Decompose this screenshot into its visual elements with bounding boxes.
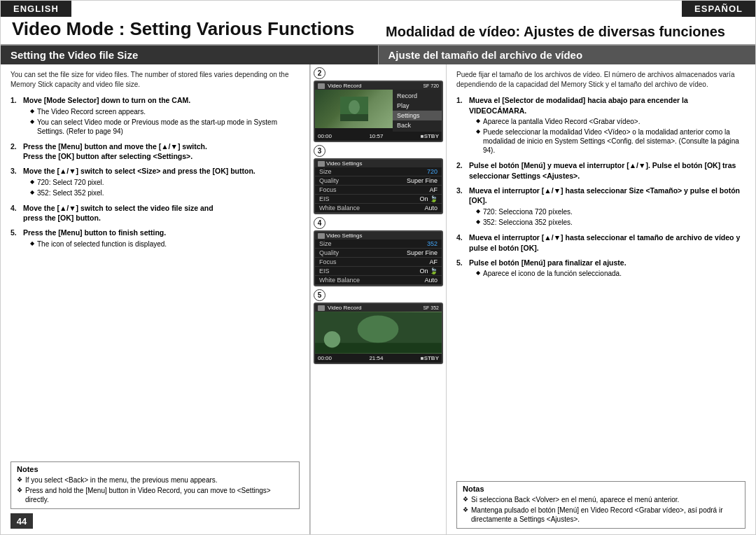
lang-english-label: ENGLISH <box>1 1 71 17</box>
svg-point-6 <box>324 331 340 347</box>
language-bar: ENGLISH ESPAÑOL <box>1 1 755 17</box>
settings-row-quality-3: Quality Super Fine <box>315 176 442 186</box>
svg-rect-2 <box>340 114 368 121</box>
notes-item-en-1: If you select <Back> in the menu, the pr… <box>17 475 293 485</box>
screen-2-container: 2 Video Record SF 720 <box>314 67 443 142</box>
notes-item-en-2: Press and hold the [Menu] button in Vide… <box>17 486 293 504</box>
screen-5: Video Record SF 352 00:00 21:54 <box>314 303 443 364</box>
cam-time-5: 00:00 <box>318 355 332 361</box>
screen-4-container: 4 Video Settings Size 352 Quality Super … <box>314 217 443 286</box>
page: ENGLISH ESPAÑOL Video Mode : Setting Var… <box>0 0 756 535</box>
settings-row-wb-4: White Balance Auto <box>315 276 442 285</box>
col-screens: 2 Video Record SF 720 <box>310 64 447 534</box>
settings-row-eis-4: EIS On 🍃 <box>315 267 442 276</box>
step-en-5: 5. Press the [Menu] button to finish set… <box>10 228 300 250</box>
step-es-4: 4. Mueva el interruptor [▲/▼] hasta sele… <box>456 232 746 253</box>
section-header-english: Setting the Video file Size <box>1 46 379 64</box>
step-en-2: 2. Press the [Menu] button and move the … <box>10 141 300 162</box>
settings-title-4: Video Settings <box>326 232 362 239</box>
cam-icon-5 <box>318 305 325 311</box>
settings-row-size-3: Size 720 <box>315 167 442 176</box>
step-en-3: 3. Move the [▲/▼] switch to select <Size… <box>10 166 300 199</box>
cam-icon-4 <box>318 233 325 239</box>
col-spanish: Puede fijar el tamaño de los archivos de… <box>447 64 755 534</box>
screen-3: Video Settings Size 720 Quality Super Fi… <box>314 158 443 214</box>
screen-5-container: 5 Video Record SF 352 <box>314 289 443 364</box>
cam-stby-2: ■STBY <box>421 133 439 139</box>
title-row: Video Mode : Setting Various Functions M… <box>1 17 755 46</box>
section-header-row: Setting the Video file Size Ajuste del t… <box>1 46 755 64</box>
settings-row-quality-4: Quality Super Fine <box>315 249 442 258</box>
notes-box-spanish: Notas Si selecciona Back <Volver> en el … <box>456 481 746 529</box>
menu-record[interactable]: Record <box>393 91 442 101</box>
step-es-5: 5. Pulse el botón [Menú] para finalizar … <box>456 258 746 280</box>
col-english: You can set the file size for video file… <box>1 64 310 534</box>
menu-back[interactable]: Back <box>393 120 442 130</box>
settings-title-3: Video Settings <box>326 160 362 167</box>
title-english: Video Mode : Setting Various Functions <box>12 18 374 40</box>
notes-title-english: Notes <box>17 465 293 473</box>
settings-row-wb-3: White Balance Auto <box>315 204 442 213</box>
menu-play[interactable]: Play <box>393 101 442 111</box>
cam-clock-2: 10:57 <box>369 133 383 139</box>
step-circle-3: 3 <box>314 145 326 157</box>
main-content: You can set the file size for video file… <box>1 64 755 534</box>
notes-box-english: Notes If you select <Back> in the menu, … <box>10 461 300 509</box>
title-spanish: Modalidad de vídeo: Ajustes de diversas … <box>374 24 755 40</box>
settings-row-size-4: Size 352 <box>315 239 442 249</box>
lang-espanol-label: ESPAÑOL <box>682 1 755 17</box>
intro-spanish: Puede fijar el tamaño de los archivos de… <box>456 70 746 90</box>
step-es-1: 1. Mueva el [Selector de modalidad] haci… <box>456 95 746 156</box>
step-es-2: 2. Pulse el botón [Menú] y mueva el inte… <box>456 160 746 181</box>
notes-item-es-1: Si selecciona Back <Volver> en el menú, … <box>463 495 739 504</box>
cam-time-2: 00:00 <box>318 133 332 139</box>
cam-stby-5: ■STBY <box>421 355 439 361</box>
step-en-4: 4. Move the [▲/▼] switch to select the v… <box>10 203 300 223</box>
svg-point-1 <box>349 100 360 114</box>
screen-2: Video Record SF 720 Record <box>314 81 443 142</box>
step-es-3: 3. Mueva el interruptor [▲/▼] hasta sele… <box>456 186 746 228</box>
notes-item-es-2: Mantenga pulsado el botón [Menú] en Vide… <box>463 506 739 524</box>
cam-icon-3 <box>318 161 325 167</box>
menu-settings[interactable]: Settings <box>393 111 442 120</box>
settings-row-focus-3: Focus AF <box>315 186 442 195</box>
settings-row-eis-3: EIS On 🍃 <box>315 195 442 204</box>
settings-row-focus-4: Focus AF <box>315 258 442 267</box>
step-circle-2: 2 <box>314 67 326 79</box>
section-header-spanish: Ajuste del tamaño del archivo de vídeo <box>379 46 756 64</box>
intro-english: You can set the file size for video file… <box>10 70 300 90</box>
page-number: 44 <box>10 513 33 529</box>
step-circle-5: 5 <box>314 289 326 301</box>
svg-point-4 <box>358 316 399 343</box>
cam-icon <box>318 83 325 89</box>
screen-3-container: 3 Video Settings Size 720 Quality Super … <box>314 145 443 214</box>
step-circle-4: 4 <box>314 217 326 229</box>
notes-title-spanish: Notas <box>463 485 739 493</box>
cam-clock-5: 21:54 <box>369 355 383 361</box>
screen-4: Video Settings Size 352 Quality Super Fi… <box>314 230 443 286</box>
step-en-1: 1. Move [Mode Selector] down to turn on … <box>10 95 300 137</box>
